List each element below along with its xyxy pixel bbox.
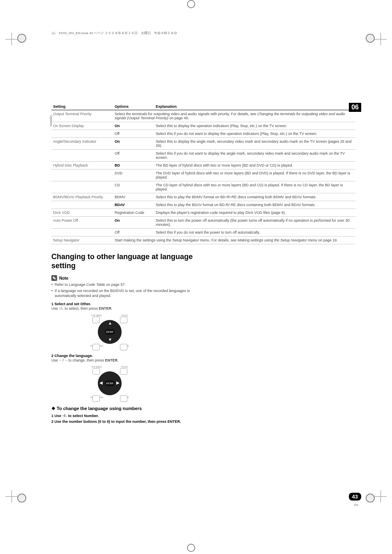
cell-option: On xyxy=(113,138,154,150)
remote-illustration: TOP MENU TOOLS ◀ ▶ ENTER HOME MENU RETUR… xyxy=(90,365,129,402)
cell-setting: On Screen Display xyxy=(51,122,113,130)
step1-heading: 1 Select and set Other. xyxy=(51,302,199,306)
button-home-menu xyxy=(92,344,100,350)
enter-button: ENTER xyxy=(105,380,115,386)
cell-setting xyxy=(51,229,113,236)
col-explanation: Explanation xyxy=(154,103,355,110)
cell-setting: BDMV/BDAV Playback Priority xyxy=(51,193,113,201)
list-item: If a language not recorded on the BD/DVD… xyxy=(51,288,199,299)
note-label: Note xyxy=(59,276,68,280)
registration-mark xyxy=(187,0,195,8)
cell-setting xyxy=(51,169,113,181)
cell-setting xyxy=(51,150,113,162)
arrow-up-icon: ▲ xyxy=(108,321,112,325)
sub-step1: 1 Use ↑/↓ to select Number. xyxy=(51,414,199,418)
cell-option: BD xyxy=(113,162,154,169)
registration-mark xyxy=(366,34,375,43)
step2-heading: 2 Change the language. xyxy=(51,354,199,358)
cell-option: On xyxy=(113,217,154,229)
cell-option: Off xyxy=(113,150,154,162)
cell-option: BDMV xyxy=(113,193,154,201)
note-header: ✎ Note xyxy=(51,275,199,281)
table-row: Auto Power OffOnSelect this to turn the … xyxy=(51,217,355,229)
label-top-menu: TOP MENU xyxy=(91,314,102,317)
cell-explanation: Select this if you do not want the power… xyxy=(154,229,355,236)
cell-setting xyxy=(51,201,113,209)
table-row: BDMV/BDAV Playback PriorityBDMVSelect th… xyxy=(51,193,355,201)
table-row: Output Terminal PrioritySelect the termi… xyxy=(51,110,355,122)
label-tools: TOOLS xyxy=(121,314,128,317)
button-top-menu xyxy=(92,368,100,375)
cell-setting: Output Terminal Priority xyxy=(51,110,113,122)
button-return xyxy=(120,395,127,402)
step2-text: Use ←/→ to change, then press ENTER. xyxy=(51,358,199,363)
registration-mark xyxy=(17,34,26,43)
cell-explanation: Select this if you do not want to displa… xyxy=(154,150,355,162)
cell-explanation: Displays the player's registration code … xyxy=(154,209,355,217)
cell-setting: Setup Navigator xyxy=(51,236,113,244)
cell-option: DVD xyxy=(113,169,154,181)
cell-option: On xyxy=(113,122,154,130)
table-row: BDAVSelect this to play the BDAV format … xyxy=(51,201,355,209)
note-bullet-list: Refer to Language Code Table on page 57.… xyxy=(51,282,199,299)
cell-explanation: Select this to play the BDMV format on B… xyxy=(154,193,355,201)
table-row: OffSelect this if you do not want to dis… xyxy=(51,150,355,162)
cell-setting: Hybrid Disc Playback xyxy=(51,162,113,169)
cell-explanation: The CD layer of hybrid discs with two or… xyxy=(154,181,355,193)
cell-setting xyxy=(51,130,113,138)
arrow-down-icon: ▼ xyxy=(108,337,112,342)
cell-explanation: Select this to play the BDAV format on B… xyxy=(154,201,355,209)
table-row: Hybrid Disc PlaybackBDThe BD layer of hy… xyxy=(51,162,355,169)
arrow-left-icon: ◀ xyxy=(99,380,103,385)
cell-option: Registration Code xyxy=(113,209,154,217)
cell-explanation: Select this to display the angle mark, s… xyxy=(154,138,355,150)
registration-mark xyxy=(366,494,375,503)
cell-explanation: Start making the settings using the Setu… xyxy=(113,236,355,244)
button-top-menu xyxy=(92,317,100,323)
cell-explanation: Select this to display the operation ind… xyxy=(154,122,355,130)
button-home-menu xyxy=(92,395,100,402)
col-setting: Setting xyxy=(51,103,113,110)
step1-text: Use ↑/↓ to select, then press ENTER. xyxy=(51,306,199,311)
col-options: Options xyxy=(113,103,154,110)
button-return xyxy=(120,344,127,350)
cell-explanation: Select this if you do not want to displa… xyxy=(154,130,355,138)
button-tools xyxy=(120,317,127,323)
language-code: En xyxy=(354,503,358,507)
table-row: DVDThe DVD layer of hybrid discs with tw… xyxy=(51,169,355,181)
table-row: Setup NavigatorStart making the settings… xyxy=(51,236,355,244)
page-number-badge: 43 xyxy=(349,493,361,501)
cell-explanation: Select this to turn the power off automa… xyxy=(154,217,355,229)
table-row: CDThe CD layer of hybrid discs with two … xyxy=(51,181,355,193)
table-row: On Screen DisplayOnSelect this to displa… xyxy=(51,122,355,130)
table-row: Angle/Secondary IndicatorOnSelect this t… xyxy=(51,138,355,150)
cell-option: CD xyxy=(113,181,154,193)
table-row: OffSelect this if you do not want to dis… xyxy=(51,130,355,138)
cell-explanation: The DVD layer of hybrid discs with two o… xyxy=(154,169,355,181)
sub-step2: 2 Use the number buttons (0 to 9) to inp… xyxy=(51,420,199,424)
remote-illustration: TOP MENU TOOLS ▲ ▼ ENTER HOME MENU RETUR… xyxy=(90,313,129,350)
cell-setting: Angle/Secondary Indicator xyxy=(51,138,113,150)
book-header-note: 📖 51FD_WV_EN.book 43 ページ ２００８年８月２６日 火曜日 … xyxy=(51,31,355,35)
registration-mark xyxy=(187,544,195,552)
header-note-text: 51FD_WV_EN.book 43 ページ ２００８年８月２６日 火曜日 午前… xyxy=(59,31,177,35)
sub-heading: ❖ To change the language using numbers xyxy=(51,406,199,411)
cell-explanation: The BD layer of hybrid discs with two or… xyxy=(154,162,355,169)
arrow-right-icon: ▶ xyxy=(116,380,120,385)
cell-option: Off xyxy=(113,130,154,138)
table-row: OffSelect this if you do not want the po… xyxy=(51,229,355,236)
cell-setting: DivX VOD xyxy=(51,209,113,217)
cell-option: BDAV xyxy=(113,201,154,209)
list-item: Refer to Language Code Table on page 57. xyxy=(51,282,199,287)
registration-mark xyxy=(17,494,26,503)
section-heading: Changing to other language at language s… xyxy=(51,253,199,270)
book-icon: 📖 xyxy=(51,31,55,35)
enter-button: ENTER xyxy=(105,329,115,335)
table-row: DivX VODRegistration CodeDisplays the pl… xyxy=(51,209,355,217)
cell-option: Off xyxy=(113,229,154,236)
cell-explanation: Select the terminals for outputting vide… xyxy=(113,110,355,122)
cell-setting xyxy=(51,181,113,193)
button-tools xyxy=(120,368,127,375)
cell-setting: Auto Power Off xyxy=(51,217,113,229)
settings-table: Setting Options Explanation Output Termi… xyxy=(51,103,355,244)
